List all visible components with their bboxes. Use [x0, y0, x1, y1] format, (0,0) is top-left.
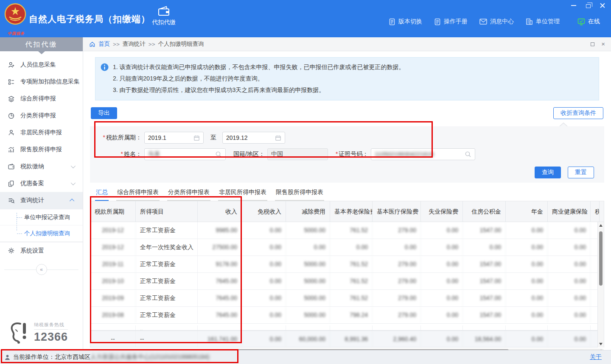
scroll-down-arrow[interactable] [599, 343, 603, 345]
table-cell [198, 325, 242, 331]
toolbar: 导出 收折查询条件 [90, 107, 604, 119]
table-cell: 0.00 [548, 331, 591, 347]
hotline-label: 纳税服务热线 [34, 322, 68, 330]
window-controls [570, 2, 606, 9]
table-cell: 2019-11 [90, 256, 136, 272]
sidebar-item-classified-income[interactable]: 分类所得申报 [0, 107, 83, 124]
person-icon [8, 129, 15, 136]
manual-button[interactable]: 操作手册 [434, 18, 468, 25]
message-center-button[interactable]: 消息中心 [479, 18, 514, 25]
sidebar-collapse-button[interactable]: « [36, 264, 47, 275]
tab-classified-income-return[interactable]: 分类所得申报表 [167, 189, 210, 201]
table-cell: 0.00 [242, 331, 286, 347]
tab-comprehensive-income-return[interactable]: 综合所得申报表 [116, 189, 160, 201]
calendar-icon[interactable] [275, 135, 281, 141]
window-minimize-button[interactable] [570, 2, 577, 9]
id-number-value-masked: 110502199304221619 [375, 151, 465, 158]
table-row[interactable]: .. [90, 324, 604, 331]
pane-close-icon[interactable]: × [601, 42, 605, 46]
table-row[interactable]: 2019-10正常工资薪金7645.000.005000.00761.52279… [90, 273, 604, 290]
period-label: *税款所属期： [95, 134, 142, 142]
search-list-icon [8, 197, 15, 204]
table-header-cell: 基本医疗保险费 [373, 201, 421, 222]
breadcrumb-level3: 个人扣缴明细查询 [158, 40, 204, 48]
home-icon [89, 41, 95, 47]
name-value-masked: 马某 [148, 150, 215, 158]
scroll-up-arrow[interactable] [599, 224, 603, 227]
tab-restricted-shares-return[interactable]: 限售股所得申报表 [275, 189, 324, 201]
export-button[interactable]: 导出 [91, 107, 117, 119]
bar-chart-icon [8, 146, 15, 153]
table-header-cell: 年金 [506, 201, 548, 222]
sidebar-item-label: 限售股所得申报 [20, 146, 62, 153]
name-input[interactable]: 马某 [144, 148, 226, 160]
sidebar-item-query-statistics[interactable]: 查询统计 [0, 192, 83, 209]
table-cell: 0.00 [421, 307, 463, 323]
table-cell: 798.24 [330, 307, 373, 323]
search-icon[interactable] [215, 151, 222, 158]
vertical-scrollbar[interactable] [597, 222, 604, 347]
window-restore-button[interactable] [585, 2, 591, 9]
sidebar-item-tax-payment[interactable]: 税款缴纳 [0, 158, 83, 175]
copy-pages-icon [8, 180, 15, 187]
info-icon [101, 63, 109, 71]
period-from-input[interactable]: 2019.1 [144, 132, 204, 144]
table-cell: .. [136, 325, 198, 331]
table-header-cell: 免税收入 [242, 201, 286, 222]
table-total-row[interactable]: ----161,741.000.0060,000.008,991.362,960… [90, 331, 604, 347]
table-row[interactable]: 2019-08正常工资薪金7645.000.005000.00798.24279… [90, 307, 604, 324]
table-cell: 279.00 [373, 290, 421, 306]
hotline-number: 12366 [34, 331, 68, 344]
calendar-icon[interactable] [193, 135, 200, 141]
sidebar-item-label: 优惠备案 [20, 180, 44, 187]
vertical-scrollbar-thumb[interactable] [599, 231, 603, 286]
table-row[interactable]: 2019-11正常工资薪金9178.000.005000.00761.52279… [90, 256, 604, 273]
sidebar-item-nonresident-income[interactable]: 非居民所得申报 [0, 124, 83, 141]
wallet-icon [8, 163, 15, 170]
collapse-query-conditions-button[interactable]: 收折查询条件 [553, 107, 603, 119]
sidebar-item-restricted-shares[interactable]: 限售股所得申报 [0, 141, 83, 158]
table-cell: 2019-10 [90, 273, 136, 289]
sidebar-subitem-unit-declaration-records[interactable]: 单位申报记录查询 [0, 209, 83, 225]
table-header-cell: 失业保险费 [421, 201, 463, 222]
sidebar-item-preferential-filing[interactable]: 优惠备案 [0, 175, 83, 192]
sidebar-item-special-deduction[interactable]: 专项附加扣除信息采集 [0, 73, 83, 90]
table-cell: 5000.00 [286, 290, 330, 306]
search-button[interactable]: 查询 [535, 167, 561, 178]
id-number-input[interactable]: 110502199304221619 [371, 148, 475, 160]
sidebar-subitem-personal-withholding-detail[interactable]: 个人扣缴明细查询 [0, 225, 83, 242]
pane-maximize-icon[interactable] [591, 42, 594, 46]
unit-name-masked: 人力资源公共服务中心(12110102199805184) [90, 353, 210, 360]
breadcrumb-separator: >> [149, 41, 155, 47]
reset-button[interactable]: 重置 [568, 167, 594, 178]
table-row[interactable]: 2019-12正常工资薪金9985.000.005000.00761.52279… [90, 222, 604, 239]
search-icon[interactable] [465, 151, 471, 158]
sidebar-item-system-settings[interactable]: 系统设置 [0, 242, 83, 259]
sidebar-item-label: 分类所得申报 [20, 112, 56, 119]
sidebar-item-label: 税款缴纳 [20, 163, 44, 170]
table-cell: 正常工资薪金 [136, 290, 198, 306]
table-header-cell: 减除费用 [286, 201, 330, 222]
sidebar-item-label: 系统设置 [20, 247, 44, 255]
table-header-cell: 税 [591, 201, 600, 222]
tab-summary[interactable]: 汇总 [95, 189, 109, 201]
table-cell: 5000.00 [286, 222, 330, 239]
table-cell: 0.00 [242, 307, 286, 323]
period-to-input[interactable]: 2019.12 [222, 132, 285, 144]
about-link[interactable]: 关于 [590, 353, 602, 361]
hotline-person-icon [6, 321, 31, 344]
table-row[interactable]: 2019-12全年一次性奖金收入27500.000.000.000.000.00… [90, 239, 604, 256]
sidebar-item-comprehensive-income[interactable]: 综合所得申报 [0, 90, 83, 107]
table-cell: 0.00 [548, 273, 591, 289]
sidebar-item-personnel-info[interactable]: 人员信息采集 [0, 56, 83, 73]
window-close-button[interactable] [599, 2, 606, 9]
tab-nonresident-income-return[interactable]: 非居民所得申报表 [218, 189, 267, 201]
version-switch-button[interactable]: 版本切换 [389, 18, 422, 25]
table-cell: 0.00 [242, 290, 286, 306]
table-row[interactable]: 2019-09正常工资薪金7645.000.005000.00761.52279… [90, 290, 604, 307]
breadcrumb-home-link[interactable]: 首页 [98, 40, 110, 48]
unit-management-button[interactable]: 单位管理 [526, 18, 560, 25]
sidebar-collapse-row: « [0, 264, 83, 275]
module-tab-daikou-daijiao[interactable]: 代扣代缴 [145, 6, 182, 26]
table-cell: 1547.00 [463, 256, 506, 272]
